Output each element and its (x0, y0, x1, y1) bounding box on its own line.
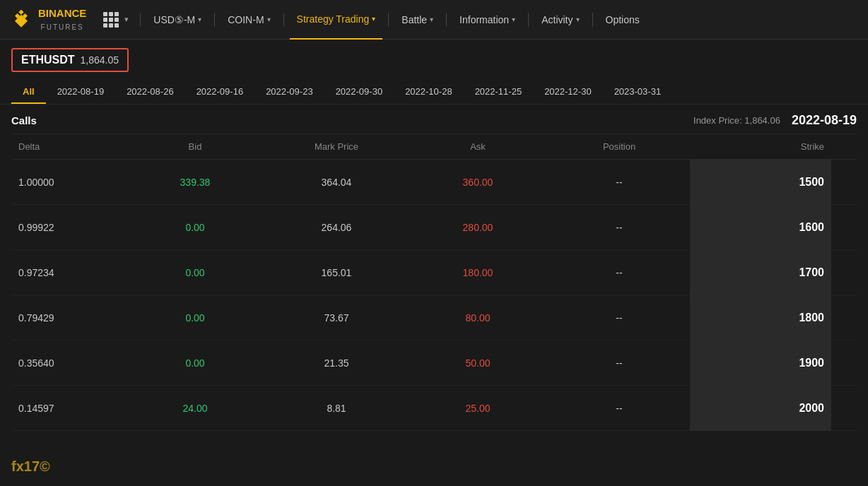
cell-delta: 0.99922 (11, 222, 124, 233)
nav-label-battle: Battle (401, 14, 427, 25)
date-tab-all[interactable]: All (11, 81, 46, 104)
options-container: Calls Index Price: 1,864.06 2022-08-19 D… (0, 105, 868, 431)
nav-chevron-strategy: ▾ (372, 15, 375, 23)
cell-ask: 25.00 (407, 403, 549, 414)
nav-divider-6 (528, 13, 529, 27)
cell-ask: 50.00 (407, 357, 549, 369)
cell-position: -- (549, 177, 690, 188)
binance-logo-icon (8, 7, 34, 32)
cell-delta: 1.00000 (11, 177, 124, 188)
calls-label: Calls (11, 114, 37, 126)
nav-chevron-coinm: ▾ (267, 16, 271, 23)
symbol-badge[interactable]: ETHUSDT 1,864.05 (11, 48, 129, 72)
nav-divider-7 (592, 13, 593, 27)
date-tab-3[interactable]: 2022-09-23 (254, 81, 324, 104)
date-tab-2[interactable]: 2022-09-16 (185, 81, 255, 104)
date-tab-7[interactable]: 2022-12-30 (533, 81, 603, 104)
col-header-mark-price: Mark Price (266, 141, 407, 152)
symbol-price: 1,864.05 (81, 54, 119, 66)
cell-bid: 0.00 (124, 312, 266, 324)
date-tab-0[interactable]: 2022-08-19 (46, 81, 116, 104)
table-row[interactable]: 0.14597 24.00 8.81 25.00 -- 2000 (11, 386, 857, 431)
table-row[interactable]: 0.97234 0.00 165.01 180.00 -- 1700 (11, 250, 857, 295)
sub-header: ETHUSDT 1,864.05 (0, 40, 868, 81)
cell-strike: 1900 (690, 340, 831, 386)
logo-brand: BINANCE (38, 8, 86, 20)
date-tabs-container: All 2022-08-19 2022-08-26 2022-09-16 202… (0, 81, 868, 105)
cell-bid: 24.00 (124, 403, 266, 414)
cell-ask: 180.00 (407, 267, 549, 278)
symbol-name: ETHUSDT (21, 54, 75, 66)
nav-label-usdm: USD⑤-M (153, 14, 195, 25)
date-tab-5[interactable]: 2022-10-28 (394, 81, 464, 104)
logo[interactable]: BINANCE FUTURES (8, 7, 92, 32)
nav-label-strategy-trading: Strategy Trading (297, 13, 370, 25)
date-tab-8[interactable]: 2023-03-31 (603, 81, 673, 104)
nav-item-activity[interactable]: Activity ▾ (534, 0, 586, 40)
watermark: fx17© (11, 458, 50, 475)
cell-position: -- (549, 312, 690, 324)
index-price-area: Index Price: 1,864.06 2022-08-19 (693, 113, 857, 128)
nav-label-activity: Activity (541, 14, 573, 25)
cell-position: -- (549, 357, 690, 369)
cell-strike: 1600 (690, 205, 831, 250)
table-row[interactable]: 0.99922 0.00 264.06 280.00 -- 1600 (11, 205, 857, 250)
rows-container: 1.00000 339.38 364.04 360.00 -- 1500 0.9… (11, 160, 857, 431)
nav-label-options: Options (606, 14, 640, 25)
cell-ask: 80.00 (407, 312, 549, 324)
nav-divider-3 (283, 13, 284, 27)
col-header-strike: Strike (690, 141, 831, 152)
cell-ask: 360.00 (407, 177, 549, 188)
nav-item-battle[interactable]: Battle ▾ (394, 0, 440, 40)
cell-bid: 339.38 (124, 177, 266, 188)
cell-strike: 1700 (690, 250, 831, 295)
index-price-value: 1,864.06 (744, 115, 780, 126)
cell-position: -- (549, 222, 690, 233)
nav-divider-5 (446, 13, 447, 27)
cell-ask: 280.00 (407, 222, 549, 233)
cell-position: -- (549, 403, 690, 414)
cell-strike: 2000 (690, 386, 831, 431)
col-header-bid: Bid (124, 141, 266, 152)
cell-mark-price: 8.81 (266, 403, 407, 414)
cell-delta: 0.14597 (11, 403, 124, 414)
table-row[interactable]: 1.00000 339.38 364.04 360.00 -- 1500 (11, 160, 857, 205)
col-header-ask: Ask (407, 141, 549, 152)
cell-strike: 1800 (690, 295, 831, 340)
cell-mark-price: 73.67 (266, 312, 407, 324)
nav-item-coinm[interactable]: COIN-M ▾ (221, 0, 277, 40)
cell-mark-price: 264.06 (266, 222, 407, 233)
table-row[interactable]: 0.79429 0.00 73.67 80.00 -- 1800 (11, 295, 857, 340)
logo-sub: FUTURES (41, 23, 84, 31)
cell-position: -- (549, 267, 690, 278)
nav-item-information[interactable]: Information ▾ (452, 0, 522, 40)
cell-bid: 0.00 (124, 267, 266, 278)
grid-menu-icon[interactable] (103, 12, 119, 28)
cell-mark-price: 165.01 (266, 267, 407, 278)
cell-bid: 0.00 (124, 222, 266, 233)
cell-mark-price: 364.04 (266, 177, 407, 188)
cell-mark-price: 21.35 (266, 357, 407, 369)
nav-chevron-activity: ▾ (576, 16, 580, 23)
nav-item-usdm[interactable]: USD⑤-M ▾ (146, 0, 209, 40)
table-row[interactable]: 0.35640 0.00 21.35 50.00 -- 1900 (11, 340, 857, 386)
cell-bid: 0.00 (124, 357, 266, 369)
nav-divider-1 (140, 13, 141, 27)
nav-chevron-battle: ▾ (430, 16, 433, 23)
grid-chevron-icon[interactable]: ▾ (124, 15, 129, 24)
date-tab-1[interactable]: 2022-08-26 (115, 81, 185, 104)
date-tab-4[interactable]: 2022-09-30 (324, 81, 394, 104)
calls-header: Calls Index Price: 1,864.06 2022-08-19 (11, 105, 857, 134)
nav-item-strategy-trading[interactable]: Strategy Trading ▾ (290, 0, 383, 40)
date-tab-6[interactable]: 2022-11-25 (464, 81, 534, 104)
col-header-position: Position (549, 141, 690, 152)
nav-label-information: Information (459, 14, 509, 25)
nav-item-options[interactable]: Options (599, 0, 647, 40)
nav-label-coinm: COIN-M (228, 14, 264, 25)
index-price-label-text: Index Price: (693, 115, 742, 126)
cell-delta: 0.97234 (11, 267, 124, 278)
navbar: BINANCE FUTURES ▾ USD⑤-M ▾ COIN-M ▾ Stra… (0, 0, 868, 40)
selected-date: 2022-08-19 (792, 113, 857, 128)
nav-divider-4 (388, 13, 389, 27)
column-headers: Delta Bid Mark Price Ask Position Strike (11, 134, 857, 160)
